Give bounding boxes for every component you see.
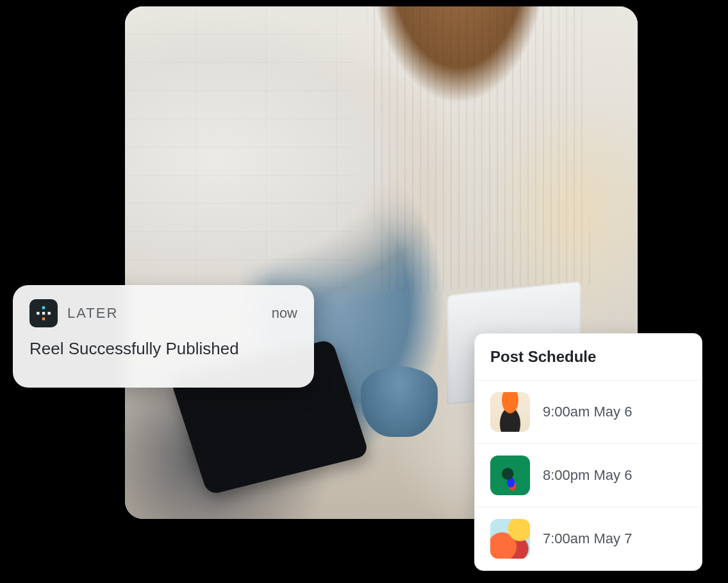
svg-rect-1 xyxy=(42,306,45,309)
brick-wall-texture xyxy=(125,6,356,288)
notification-message: Reel Successfully Published xyxy=(29,339,297,359)
post-thumbnail xyxy=(490,456,530,495)
push-notification[interactable]: LATER now Reel Successfully Published xyxy=(13,285,314,388)
post-thumbnail xyxy=(490,519,530,559)
svg-rect-4 xyxy=(48,312,51,315)
schedule-time-label: 7:00am May 7 xyxy=(543,530,632,547)
wood-panel-texture xyxy=(366,6,592,292)
svg-rect-3 xyxy=(42,318,45,320)
schedule-time-label: 8:00pm May 6 xyxy=(543,467,632,484)
schedule-time-label: 9:00am May 6 xyxy=(543,404,632,420)
post-schedule-card: Post Schedule 9:00am May 6 8:00pm May 6 … xyxy=(474,333,702,571)
svg-rect-2 xyxy=(42,312,45,315)
mug-prop xyxy=(361,366,438,437)
notification-app-name: LATER xyxy=(67,305,118,322)
post-schedule-title: Post Schedule xyxy=(475,334,702,381)
post-thumbnail xyxy=(490,392,530,432)
schedule-row[interactable]: 7:00am May 7 xyxy=(475,507,702,570)
schedule-row[interactable]: 9:00am May 6 xyxy=(475,381,702,444)
notification-app-info: LATER xyxy=(29,299,118,327)
schedule-row[interactable]: 8:00pm May 6 xyxy=(475,444,702,507)
notification-timestamp: now xyxy=(272,305,297,322)
later-app-icon xyxy=(29,299,58,327)
notification-header: LATER now xyxy=(29,299,297,327)
svg-rect-0 xyxy=(37,312,39,315)
